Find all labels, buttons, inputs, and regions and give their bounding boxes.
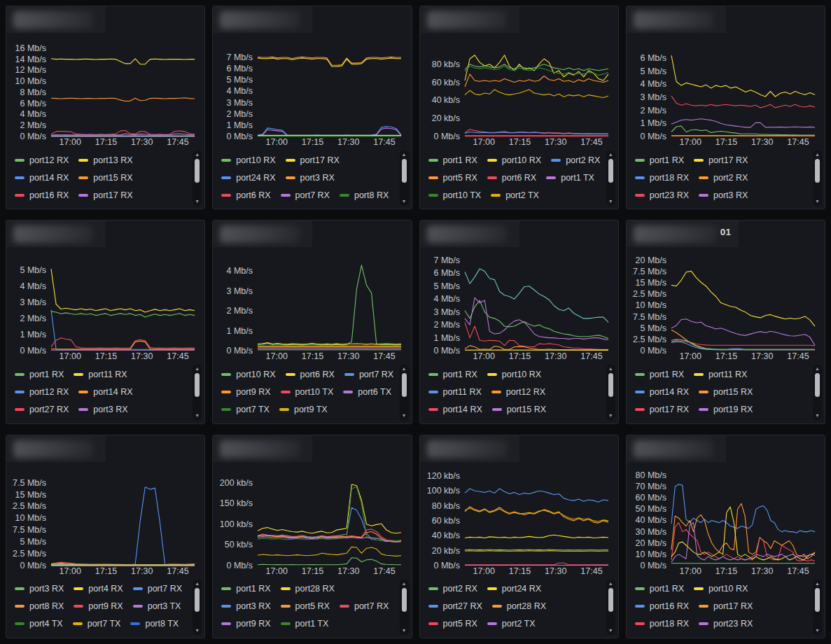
legend-item-port23-rx[interactable]: port23 RX (635, 190, 689, 200)
scrollbar-down-arrow-icon[interactable]: ▼ (815, 199, 820, 204)
legend-item-port1-tx[interactable]: port1 TX (546, 173, 594, 183)
legend-item-port1-rx[interactable]: port1 RX (428, 370, 477, 379)
legend-item-port2-tx[interactable]: port2 TX (491, 190, 539, 200)
time-series-plot[interactable]: 16 Mb/s14 Mb/s12 Mb/s10 Mb/s8 Mb/s6 Mb/s… (12, 34, 199, 146)
legend-item-port13-rx[interactable]: port13 RX (78, 155, 132, 165)
legend-item-port3-tx[interactable]: port3 TX (133, 601, 181, 611)
legend-item-port17-rx[interactable]: port17 RX (286, 155, 340, 165)
legend-item-port24-rx[interactable]: port24 RX (487, 584, 541, 594)
legend-item-port8-rx[interactable]: port8 RX (340, 190, 389, 200)
time-series-plot[interactable]: 80 kb/s60 kb/s40 kb/s20 kb/s0 Mb/s17:001… (426, 34, 613, 146)
scrollbar-up-arrow-icon[interactable]: ▲ (608, 366, 613, 372)
legend-item-port18-rx[interactable]: port18 RX (635, 173, 689, 183)
scrollbar-down-arrow-icon[interactable]: ▼ (195, 199, 200, 204)
panel-title-redacted[interactable] (213, 435, 312, 462)
legend-scrollbar[interactable]: ▲▼ (400, 365, 409, 420)
panel-title-redacted[interactable] (213, 6, 312, 33)
legend-item-port7-rx[interactable]: port7 RX (340, 601, 389, 611)
legend-item-port10-rx[interactable]: port10 RX (221, 370, 275, 379)
panel-title-redacted[interactable] (627, 6, 726, 33)
legend-item-port12-rx[interactable]: port12 RX (15, 387, 69, 397)
legend-item-port1-rx[interactable]: port1 RX (635, 370, 684, 379)
panel-title-redacted[interactable] (420, 435, 519, 462)
legend-item-port2-tx[interactable]: port2 TX (487, 619, 536, 629)
legend-item-port1-rx[interactable]: port1 RX (635, 584, 684, 594)
legend-item-port19-rx[interactable]: port19 RX (699, 405, 753, 414)
legend-item-port16-rx[interactable]: port16 RX (635, 601, 689, 611)
legend-item-port14-rx[interactable]: port14 RX (428, 405, 482, 414)
legend-item-port9-tx[interactable]: port9 TX (279, 405, 328, 414)
scrollbar-up-arrow-icon[interactable]: ▲ (402, 152, 407, 158)
legend-item-port10-tx[interactable]: port10 TX (281, 387, 334, 397)
time-series-plot[interactable]: 7 Mb/s6 Mb/s5 Mb/s4 Mb/s3 Mb/s2 Mb/s1 Mb… (426, 248, 613, 360)
legend-item-port1-rx[interactable]: port1 RX (428, 155, 477, 165)
scrollbar-up-arrow-icon[interactable]: ▲ (402, 581, 407, 587)
time-series-plot[interactable]: 7 Mb/s6 Mb/s5 Mb/s4 Mb/s3 Mb/s2 Mb/s1 Mb… (218, 34, 405, 146)
scrollbar-down-arrow-icon[interactable]: ▼ (815, 413, 820, 419)
panel-title-redacted[interactable] (627, 435, 726, 462)
legend-item-port11-rx[interactable]: port11 RX (74, 370, 127, 379)
legend-scrollbar[interactable]: ▲▼ (813, 365, 822, 420)
legend-item-port2-rx[interactable]: port2 RX (551, 155, 600, 165)
legend-scrollbar[interactable]: ▲▼ (193, 580, 202, 635)
legend-item-port24-rx[interactable]: port24 RX (221, 173, 275, 183)
legend-item-port8-rx[interactable]: port8 RX (15, 601, 64, 611)
legend-item-port12-rx[interactable]: port12 RX (15, 155, 69, 165)
scrollbar-up-arrow-icon[interactable]: ▲ (195, 366, 200, 372)
legend-item-port7-rx[interactable]: port7 RX (281, 190, 330, 200)
legend-item-port15-rx[interactable]: port15 RX (492, 405, 546, 414)
scrollbar-thumb[interactable] (195, 373, 200, 397)
legend-item-port6-rx[interactable]: port6 RX (286, 370, 335, 379)
scrollbar-thumb[interactable] (815, 588, 820, 612)
time-series-plot[interactable]: 120 kb/s100 kb/s80 kb/s60 kb/s40 kb/s20 … (426, 463, 613, 575)
legend-item-port5-rx[interactable]: port5 RX (281, 601, 330, 611)
scrollbar-thumb[interactable] (608, 373, 613, 397)
scrollbar-up-arrow-icon[interactable]: ▲ (815, 152, 820, 158)
legend-item-port3-rx[interactable]: port3 RX (15, 584, 64, 594)
legend-item-port9-rx[interactable]: port9 RX (74, 601, 123, 611)
scrollbar-up-arrow-icon[interactable]: ▲ (815, 366, 820, 372)
legend-item-port14-rx[interactable]: port14 RX (78, 387, 132, 397)
scrollbar-down-arrow-icon[interactable]: ▼ (402, 199, 407, 204)
legend-item-port3-rx[interactable]: port3 RX (221, 601, 270, 611)
legend-scrollbar[interactable]: ▲▼ (193, 150, 202, 206)
legend-item-port18-rx[interactable]: port18 RX (635, 619, 689, 629)
scrollbar-up-arrow-icon[interactable]: ▲ (608, 581, 613, 587)
scrollbar-thumb[interactable] (608, 588, 613, 612)
scrollbar-thumb[interactable] (195, 159, 200, 183)
scrollbar-thumb[interactable] (402, 588, 407, 612)
legend-item-port6-rx[interactable]: port6 RX (487, 173, 536, 183)
panel-title-redacted[interactable] (6, 435, 106, 462)
legend-item-port1-rx[interactable]: port1 RX (221, 584, 270, 594)
legend-item-port10-rx[interactable]: port10 RX (221, 155, 275, 165)
scrollbar-down-arrow-icon[interactable]: ▼ (815, 628, 820, 634)
legend-item-port15-rx[interactable]: port15 RX (78, 173, 132, 183)
time-series-plot[interactable]: 17.5 Mb/s15 Mb/s12.5 Mb/s10 Mb/s7.5 Mb/s… (12, 463, 199, 575)
legend-item-port23-rx[interactable]: port23 RX (699, 619, 753, 629)
legend-item-port7-tx[interactable]: port7 TX (221, 405, 270, 414)
legend-item-port28-rx[interactable]: port28 RX (492, 601, 546, 611)
legend-item-port6-tx[interactable]: port6 TX (343, 387, 391, 397)
legend-item-port27-rx[interactable]: port27 RX (428, 601, 482, 611)
panel-title-redacted[interactable] (213, 220, 312, 247)
legend-item-port7-rx[interactable]: port7 RX (344, 370, 393, 379)
legend-item-port11-rx[interactable]: port11 RX (694, 370, 747, 379)
legend-item-port10-rx[interactable]: port10 RX (694, 584, 748, 594)
time-series-plot[interactable]: 200 kb/s150 kb/s100 kb/s50 kb/s0 Mb/s17:… (218, 463, 405, 575)
legend-item-port1-rx[interactable]: port1 RX (635, 155, 684, 165)
legend-item-port2-rx[interactable]: port2 RX (428, 584, 477, 594)
scrollbar-down-arrow-icon[interactable]: ▼ (608, 628, 613, 634)
scrollbar-down-arrow-icon[interactable]: ▼ (195, 413, 200, 419)
panel-title-redacted[interactable] (6, 220, 106, 247)
legend-scrollbar[interactable]: ▲▼ (813, 150, 822, 206)
legend-item-port15-rx[interactable]: port15 RX (699, 387, 753, 397)
legend-scrollbar[interactable]: ▲▼ (400, 580, 409, 635)
legend-item-port3-rx[interactable]: port3 RX (286, 173, 335, 183)
legend-item-port9-rx[interactable]: port9 RX (221, 387, 270, 397)
legend-item-port28-rx[interactable]: port28 RX (281, 584, 335, 594)
legend-scrollbar[interactable]: ▲▼ (606, 150, 615, 206)
legend-scrollbar[interactable]: ▲▼ (400, 150, 409, 206)
legend-item-port10-tx[interactable]: port10 TX (428, 190, 482, 200)
legend-scrollbar[interactable]: ▲▼ (193, 365, 202, 420)
panel-title-redacted[interactable] (6, 6, 106, 33)
